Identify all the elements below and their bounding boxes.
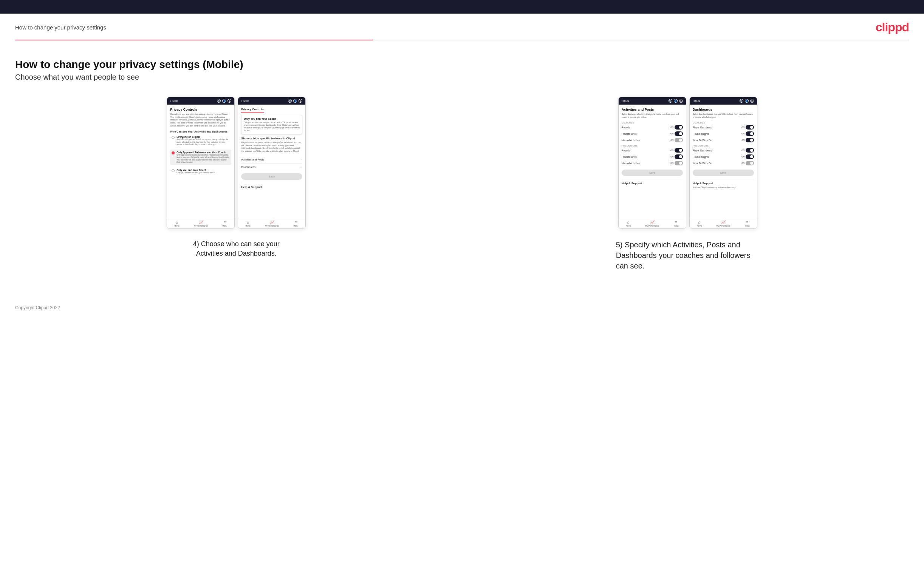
phone-1-icons: 🔍 👤 ⊕ [217, 99, 231, 103]
followers-manual-toggle[interactable] [675, 161, 683, 165]
breadcrumb: How to change your privacy settings [15, 24, 106, 31]
phone-2-back[interactable]: ‹ Back [241, 100, 249, 102]
tab-menu-label-1: Menu [222, 225, 227, 227]
top-bar [0, 0, 924, 14]
people-icon[interactable]: 👤 [222, 99, 226, 103]
settings-icon-4[interactable]: ⊕ [750, 99, 754, 103]
coaches-what-to-work-label: What To Work On [693, 139, 712, 142]
menu-icon-3: ≡ [675, 220, 677, 224]
tab-performance-label-1: My Performance [194, 225, 208, 227]
help-support-desc-4: Visit our Clippd community to troublesho… [693, 186, 754, 189]
caption-2: 5) Specify which Activities, Posts and D… [616, 239, 759, 271]
radio-only-you-title: Only You and Your Coach [176, 169, 215, 171]
radio-approved[interactable]: Only Approved Followers and Your Coach O… [170, 150, 231, 165]
tab-performance-label-2: My Performance [265, 225, 279, 227]
menu-icon-2: ≡ [295, 220, 297, 224]
followers-round-insights-toggle[interactable] [746, 155, 754, 159]
followers-player-dash-toggle[interactable] [746, 148, 754, 153]
search-icon[interactable]: 🔍 [217, 99, 221, 103]
save-button-4[interactable]: Save [693, 169, 754, 176]
help-support-4: Help & Support [693, 179, 754, 185]
tab-home-3[interactable]: ⌂ Home [626, 220, 631, 227]
people-icon-2[interactable]: 👤 [293, 99, 297, 103]
followers-drills-row: Practice Drills ON [622, 155, 683, 159]
coaches-what-to-work-toggle[interactable] [746, 138, 754, 142]
tab-menu-1[interactable]: ≡ Menu [222, 220, 227, 227]
radio-everyone-desc: Anyone on Clippd can search for you and … [176, 138, 230, 146]
tab-performance-4[interactable]: 📈 My Performance [717, 220, 730, 227]
help-support-3: Help & Support [622, 179, 683, 185]
screenshots-row: ‹ Back 🔍 👤 ⊕ Privacy Controls Control ho… [15, 97, 909, 271]
phone-3-back[interactable]: ‹ Back [622, 100, 629, 102]
settings-icon-3[interactable]: ⊕ [679, 99, 683, 103]
phone-4-back[interactable]: ‹ Back [693, 100, 700, 102]
phone-3: ‹ Back 🔍 👤 ⊕ Activities and Posts Select… [618, 97, 686, 229]
phone-1-header: ‹ Back 🔍 👤 ⊕ [167, 97, 234, 105]
tab-menu-label-3: Menu [674, 225, 679, 227]
settings-icon[interactable]: ⊕ [228, 99, 231, 103]
radio-everyone[interactable]: Everyone on Clippd Anyone on Clippd can … [170, 134, 231, 147]
save-button-3[interactable]: Save [622, 169, 683, 176]
footer: Copyright Clippd 2022 [0, 298, 924, 318]
tab-performance-2[interactable]: 📈 My Performance [265, 220, 279, 227]
coaches-rounds-row: Rounds ON [622, 125, 683, 129]
followers-rounds-toggle[interactable] [675, 148, 683, 153]
phone-2-icons: 🔍 👤 ⊕ [288, 99, 302, 103]
screenshot-group-1: ‹ Back 🔍 👤 ⊕ Privacy Controls Control ho… [15, 97, 458, 258]
followers-drills-toggle[interactable] [675, 155, 683, 159]
save-button-2[interactable]: Save [241, 173, 302, 180]
tab-home-label-1: Home [174, 225, 179, 227]
followers-what-to-work-label: What To Work On [693, 162, 712, 164]
coaches-rounds-toggle[interactable] [675, 125, 683, 129]
coaches-manual-toggle[interactable] [675, 138, 683, 142]
phone-2: ‹ Back 🔍 👤 ⊕ Privacy Controls Only You a… [238, 97, 306, 229]
tab-menu-2[interactable]: ≡ Menu [293, 220, 298, 227]
show-hide-desc: Regardless of the privacy controls that … [241, 141, 302, 153]
followers-manual-row: Manual Activities ON [622, 161, 683, 165]
radio-everyone-dot [171, 136, 174, 139]
settings-icon-2[interactable]: ⊕ [299, 99, 302, 103]
search-icon-3[interactable]: 🔍 [669, 99, 672, 103]
people-icon-4[interactable]: 👤 [745, 99, 749, 103]
tab-performance-label-3: My Performance [646, 225, 659, 227]
main-content: How to change your privacy settings (Mob… [0, 40, 924, 286]
tab-home-4[interactable]: ⌂ Home [697, 220, 702, 227]
activities-posts-row[interactable]: Activities and Posts › [241, 156, 302, 163]
search-icon-4[interactable]: 🔍 [740, 99, 743, 103]
coaches-player-dash-toggle[interactable] [746, 125, 754, 129]
tab-performance-3[interactable]: 📈 My Performance [646, 220, 659, 227]
coaches-manual-row: Manual Activities ON [622, 138, 683, 142]
arrow-right-1: › [302, 158, 303, 161]
tab-performance-1[interactable]: 📈 My Performance [194, 220, 208, 227]
double-phones-2: ‹ Back 🔍 👤 ⊕ Activities and Posts Select… [467, 97, 909, 229]
tab-menu-3[interactable]: ≡ Menu [674, 220, 679, 227]
performance-icon-2: 📈 [270, 220, 275, 224]
phone-1-back[interactable]: ‹ Back [170, 100, 178, 102]
coaches-round-insights-label: Round Insights [693, 132, 709, 135]
radio-approved-dot [171, 152, 174, 155]
phone-4-icons: 🔍 👤 ⊕ [740, 99, 754, 103]
tab-home-label-4: Home [697, 225, 702, 227]
tab-home-2[interactable]: ⌂ Home [245, 220, 250, 227]
page-subheading: Choose what you want people to see [15, 73, 909, 82]
phone-4-desc: Select the dashboards that you'd like to… [693, 113, 754, 119]
phone-2-nav-tab[interactable]: Privacy Controls [241, 108, 264, 113]
followers-rounds-label: Rounds [622, 149, 630, 152]
coaches-header-3: COACHES [622, 122, 683, 124]
followers-what-to-work-toggle[interactable] [746, 161, 754, 165]
radio-only-you-dot [171, 169, 174, 172]
people-icon-3[interactable]: 👤 [674, 99, 678, 103]
coaches-drills-toggle[interactable] [675, 131, 683, 136]
screenshot-group-2: ‹ Back 🔍 👤 ⊕ Activities and Posts Select… [467, 97, 909, 271]
coaches-header-4: COACHES [693, 122, 754, 124]
tab-home-1[interactable]: ⌂ Home [174, 220, 179, 227]
home-icon-4: ⌂ [698, 220, 701, 224]
dashboards-row[interactable]: Dashboards › [241, 163, 302, 171]
tab-menu-4[interactable]: ≡ Menu [745, 220, 750, 227]
radio-everyone-title: Everyone on Clippd [176, 135, 230, 138]
search-icon-2[interactable]: 🔍 [288, 99, 292, 103]
coaches-round-insights-toggle[interactable] [746, 131, 754, 136]
phone-4-tabbar: ⌂ Home 📈 My Performance ≡ Menu [690, 218, 757, 229]
tab-home-label-3: Home [626, 225, 631, 227]
radio-only-you[interactable]: Only You and Your Coach Only you and the… [170, 167, 231, 176]
